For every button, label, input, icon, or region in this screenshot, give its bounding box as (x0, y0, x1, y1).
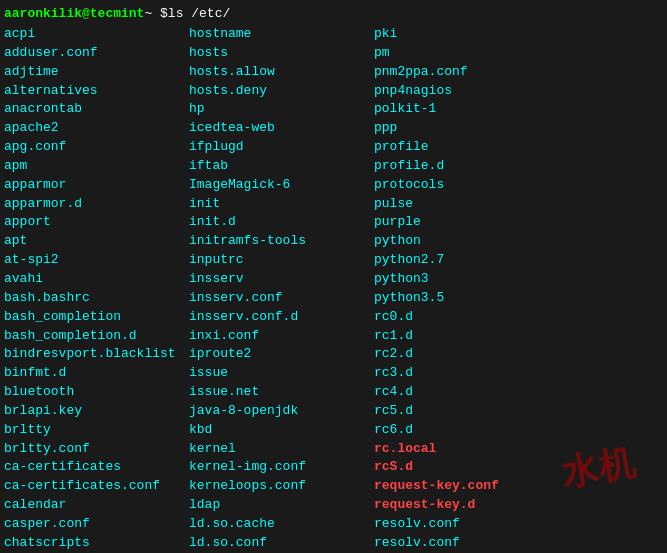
list-item: pki (374, 25, 534, 44)
list-item: rc0.d (374, 308, 534, 327)
list-item: bash_completion (4, 308, 189, 327)
list-item: iproute2 (189, 345, 374, 364)
list-item: rc5.d (374, 402, 534, 421)
list-item: ca-certificates (4, 458, 189, 477)
command-text: ls /etc/ (168, 6, 230, 21)
list-item: anacrontab (4, 100, 189, 119)
list-item: insserv (189, 270, 374, 289)
list-item: resolv.conf (374, 515, 534, 534)
list-item: rc6.d (374, 421, 534, 440)
list-item: profile (374, 138, 534, 157)
list-item: pulse (374, 195, 534, 214)
list-item: brltty (4, 421, 189, 440)
list-item: apport (4, 213, 189, 232)
list-item: init.d (189, 213, 374, 232)
column-2: hostnamehostshosts.allowhosts.denyhpiced… (189, 25, 374, 553)
list-item: apache2 (4, 119, 189, 138)
list-item: acpi (4, 25, 189, 44)
list-item: adjtime (4, 63, 189, 82)
list-item: initramfs-tools (189, 232, 374, 251)
user-host: aaronkilik@tecmint (4, 6, 144, 21)
list-item: rc3.d (374, 364, 534, 383)
list-item: python (374, 232, 534, 251)
list-item: resolv.conf (374, 534, 534, 553)
list-item: ld.so.conf (189, 534, 374, 553)
list-item: bash_completion.d (4, 327, 189, 346)
prompt-line: aaronkilik@tecmint ~ $ ls /etc/ (4, 6, 663, 21)
list-item: apt (4, 232, 189, 251)
list-item: apm (4, 157, 189, 176)
list-item: insserv.conf (189, 289, 374, 308)
list-item: protocols (374, 176, 534, 195)
list-item: ldap (189, 496, 374, 515)
list-item: rc.local (374, 440, 534, 459)
list-item: issue.net (189, 383, 374, 402)
list-item: at-spi2 (4, 251, 189, 270)
list-item: issue (189, 364, 374, 383)
list-item: pm (374, 44, 534, 63)
list-item: ppp (374, 119, 534, 138)
list-item: kerneloops.conf (189, 477, 374, 496)
list-item: pnp4nagios (374, 82, 534, 101)
list-item: avahi (4, 270, 189, 289)
list-item: hp (189, 100, 374, 119)
list-item: hostname (189, 25, 374, 44)
list-item: brltty.conf (4, 440, 189, 459)
list-item: hosts.deny (189, 82, 374, 101)
list-item: bindresvport.blacklist (4, 345, 189, 364)
list-item: rc4.d (374, 383, 534, 402)
list-item: java-8-openjdk (189, 402, 374, 421)
list-item: ImageMagick-6 (189, 176, 374, 195)
file-listing: acpiadduser.confadjtimealternativesanacr… (4, 25, 663, 553)
list-item: alternatives (4, 82, 189, 101)
list-item: brlapi.key (4, 402, 189, 421)
list-item: adduser.conf (4, 44, 189, 63)
list-item: kernel-img.conf (189, 458, 374, 477)
list-item: rcS.d (374, 458, 534, 477)
column-1: acpiadduser.confadjtimealternativesanacr… (4, 25, 189, 553)
list-item: apg.conf (4, 138, 189, 157)
list-item: ld.so.cache (189, 515, 374, 534)
list-item: python2.7 (374, 251, 534, 270)
list-item: inputrc (189, 251, 374, 270)
list-item: bash.bashrc (4, 289, 189, 308)
list-item: kernel (189, 440, 374, 459)
list-item: purple (374, 213, 534, 232)
list-item: request-key.d (374, 496, 534, 515)
list-item: hosts.allow (189, 63, 374, 82)
list-item: rc1.d (374, 327, 534, 346)
list-item: bluetooth (4, 383, 189, 402)
list-item: binfmt.d (4, 364, 189, 383)
list-item: chatscripts (4, 534, 189, 553)
list-item: rc2.d (374, 345, 534, 364)
list-item: hosts (189, 44, 374, 63)
column-3: pkipmpnm2ppa.confpnp4nagiospolkit-1ppppr… (374, 25, 534, 553)
list-item: python3.5 (374, 289, 534, 308)
list-item: python3 (374, 270, 534, 289)
list-item: request-key.conf (374, 477, 534, 496)
list-item: calendar (4, 496, 189, 515)
list-item: inxi.conf (189, 327, 374, 346)
list-item: ifplugd (189, 138, 374, 157)
list-item: kbd (189, 421, 374, 440)
list-item: iftab (189, 157, 374, 176)
list-item: icedtea-web (189, 119, 374, 138)
list-item: polkit-1 (374, 100, 534, 119)
list-item: profile.d (374, 157, 534, 176)
prompt-separator: ~ $ (144, 6, 167, 21)
list-item: ca-certificates.conf (4, 477, 189, 496)
terminal: aaronkilik@tecmint ~ $ ls /etc/ acpiaddu… (0, 0, 667, 553)
list-item: apparmor (4, 176, 189, 195)
list-item: casper.conf (4, 515, 189, 534)
list-item: init (189, 195, 374, 214)
list-item: pnm2ppa.conf (374, 63, 534, 82)
list-item: apparmor.d (4, 195, 189, 214)
list-item: insserv.conf.d (189, 308, 374, 327)
